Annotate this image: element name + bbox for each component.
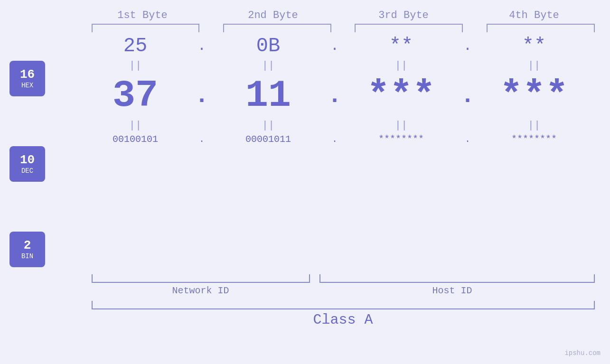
eq-4: || [479, 60, 589, 72]
dec-dot-3: . [456, 82, 479, 109]
byte-header-4: 4th Byte [487, 9, 582, 21]
watermark: ipshu.com [564, 349, 601, 357]
eq-row-2: || || || || [71, 117, 610, 134]
badge-hex-number: 16 [20, 68, 35, 82]
host-id-label: Host ID [310, 285, 595, 296]
top-brackets [92, 24, 595, 32]
bin-dot-2: . [323, 134, 347, 145]
bin-row: 00100101 . 00001011 . ******** . *******… [71, 134, 610, 145]
bin-byte-3: ******** [347, 134, 456, 145]
bracket-top-3 [355, 24, 463, 32]
hex-dot-3: . [456, 38, 479, 54]
main-container: 1st Byte 2nd Byte 3rd Byte 4th Byte 16 H… [0, 0, 610, 364]
badges-column: 16 HEX 10 DEC 2 BIN [0, 35, 66, 272]
badge-dec-label: DEC [21, 167, 33, 175]
dec-byte-2: 11 [214, 74, 323, 117]
dec-dot-2: . [323, 82, 347, 109]
hex-byte-4: ** [479, 35, 589, 57]
badge-bin-number: 2 [24, 239, 31, 252]
eq-1: || [81, 60, 190, 72]
hex-row: 25 . 0B . ** . ** [71, 35, 610, 57]
id-labels-row: Network ID Host ID [92, 285, 595, 296]
bin-byte-1: 00100101 [81, 134, 190, 145]
eq-row-1: || || || || [71, 57, 610, 74]
badge-hex-label: HEX [21, 82, 33, 89]
data-rows: 25 . 0B . ** . ** || || || || 37 [66, 35, 610, 272]
bin-spacer [9, 187, 66, 232]
eq-5: || [81, 120, 190, 131]
byte-header-2: 2nd Byte [225, 9, 320, 21]
eq-6: || [214, 120, 323, 131]
dec-spacer [9, 101, 66, 146]
dec-byte-3: *** [347, 74, 456, 117]
dec-byte-1: 37 [81, 74, 190, 117]
hex-byte-3: ** [347, 35, 456, 57]
bin-byte-4: ******** [479, 134, 589, 145]
bottom-brackets [92, 274, 595, 283]
eq-2: || [214, 60, 323, 72]
dec-dot-1: . [190, 82, 214, 109]
content-area: 16 HEX 10 DEC 2 BIN 25 . 0B . ** [0, 35, 610, 272]
bracket-network [92, 274, 310, 283]
bin-byte-2: 00001011 [214, 134, 323, 145]
badge-dec-number: 10 [20, 153, 35, 167]
byte-headers: 1st Byte 2nd Byte 3rd Byte 4th Byte [77, 9, 600, 21]
bin-dot-1: . [190, 134, 214, 145]
eq-3: || [347, 60, 456, 72]
hex-dot-1: . [190, 38, 214, 54]
hex-dot-2: . [323, 38, 347, 54]
byte-header-1: 1st Byte [95, 9, 190, 21]
hex-byte-1: 25 [81, 35, 190, 57]
bracket-top-2 [223, 24, 331, 32]
network-id-label: Network ID [92, 285, 310, 296]
eq-7: || [347, 120, 456, 131]
bracket-host [319, 274, 595, 283]
class-label: Class A [313, 312, 373, 328]
big-bracket-row [92, 301, 595, 309]
bracket-top-4 [487, 24, 595, 32]
badge-dec: 10 DEC [9, 146, 45, 182]
bin-dot-3: . [456, 134, 479, 145]
hex-byte-2: 0B [214, 35, 323, 57]
class-label-row: Class A [92, 312, 595, 328]
eq-8: || [479, 120, 589, 131]
badge-hex: 16 HEX [9, 61, 45, 96]
badge-bin-label: BIN [21, 252, 33, 260]
bracket-top-1 [92, 24, 200, 32]
dec-row: 37 . 11 . *** . *** [71, 74, 610, 117]
byte-header-3: 3rd Byte [356, 9, 451, 21]
big-bracket [92, 301, 595, 309]
badge-bin: 2 BIN [9, 232, 45, 267]
dec-byte-4: *** [479, 74, 589, 117]
